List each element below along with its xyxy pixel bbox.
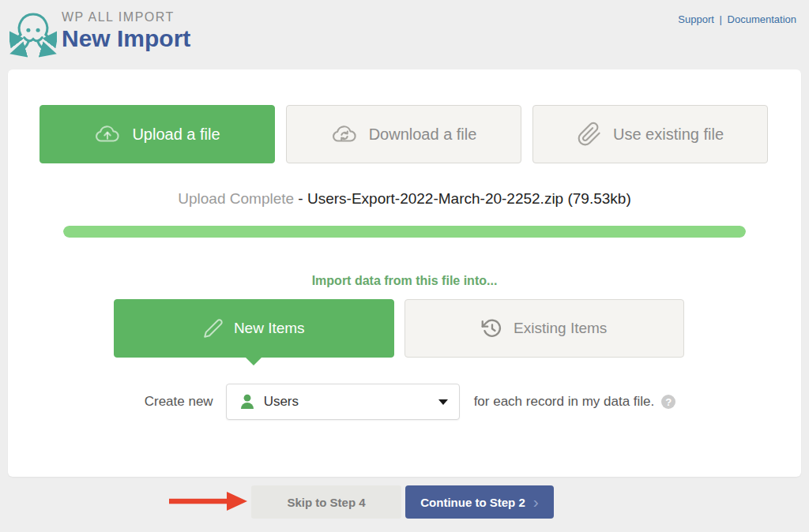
download-a-file-tab[interactable]: Download a file bbox=[286, 105, 521, 163]
tab-label: New Items bbox=[234, 320, 305, 337]
paperclip-icon bbox=[577, 122, 602, 147]
post-type-dropdown[interactable]: Users bbox=[226, 384, 460, 420]
support-link[interactable]: Support bbox=[678, 13, 714, 25]
upload-a-file-tab[interactable]: Upload a file bbox=[40, 105, 275, 163]
header: WP ALL IMPORT New Import Support | Docum… bbox=[0, 0, 809, 69]
import-card: Upload a file Download a file bbox=[8, 69, 801, 477]
footer-actions: Skip to Step 4 Continue to Step 2 › bbox=[251, 485, 554, 519]
chevron-right-icon: › bbox=[533, 493, 539, 510]
import-into-tabs: New Items Existing Items bbox=[114, 299, 684, 358]
upload-status: Upload Complete - Users-Export-2022-Marc… bbox=[8, 190, 801, 208]
existing-items-tab[interactable]: Existing Items bbox=[404, 299, 685, 358]
link-separator: | bbox=[720, 13, 722, 25]
user-icon bbox=[238, 392, 257, 411]
file-source-tabs: Upload a file Download a file bbox=[40, 105, 768, 163]
continue-to-step-2-button[interactable]: Continue to Step 2 › bbox=[405, 485, 554, 519]
uploaded-file-name: Users-Export-2022-March-20-2252.zip (79.… bbox=[307, 190, 631, 207]
header-links: Support | Documentation bbox=[678, 13, 796, 25]
history-clock-icon bbox=[481, 317, 503, 339]
tab-label: Upload a file bbox=[132, 126, 220, 144]
skip-to-step-4-button[interactable]: Skip to Step 4 bbox=[251, 485, 401, 519]
upload-progress-bar bbox=[63, 226, 746, 238]
page-title: New Import bbox=[62, 25, 190, 52]
upload-progress-fill bbox=[63, 226, 746, 238]
brand-name: WP ALL IMPORT bbox=[62, 10, 190, 24]
page: WP ALL IMPORT New Import Support | Docum… bbox=[0, 0, 809, 532]
question-mark-icon[interactable]: ? bbox=[661, 395, 675, 409]
create-new-row: Create new Users for each record in my d… bbox=[8, 384, 801, 420]
tab-label: Use existing file bbox=[613, 126, 724, 144]
import-into-heading: Import data from this file into... bbox=[8, 274, 801, 288]
documentation-link[interactable]: Documentation bbox=[728, 13, 796, 25]
continue-label: Continue to Step 2 bbox=[420, 496, 525, 509]
new-items-tab[interactable]: New Items bbox=[114, 299, 394, 358]
dropdown-selected-value: Users bbox=[264, 394, 438, 410]
upload-status-text: Upload Complete bbox=[178, 190, 294, 207]
octopus-logo bbox=[9, 6, 57, 58]
red-arrow-annotation bbox=[169, 491, 248, 511]
tab-label: Download a file bbox=[369, 126, 477, 144]
record-suffix-label: for each record in my data file. bbox=[474, 394, 655, 410]
cloud-download-icon bbox=[331, 121, 358, 148]
brand-block: WP ALL IMPORT New Import bbox=[62, 10, 190, 52]
use-existing-file-tab[interactable]: Use existing file bbox=[532, 105, 768, 163]
cloud-upload-icon bbox=[94, 121, 121, 148]
caret-down-icon bbox=[438, 399, 448, 405]
create-new-label: Create new bbox=[145, 394, 213, 410]
tab-label: Existing Items bbox=[514, 320, 607, 337]
status-separator: - bbox=[294, 190, 307, 207]
pencil-icon bbox=[203, 318, 224, 339]
